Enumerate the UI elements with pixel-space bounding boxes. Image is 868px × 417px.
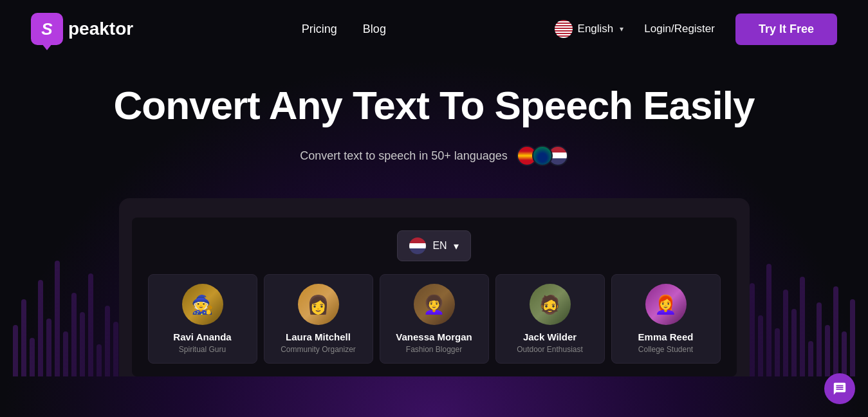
voice-role: Fashion Blogger <box>406 345 462 354</box>
wave-bar <box>55 261 60 376</box>
wave-bar <box>825 325 830 376</box>
chevron-down-icon: ▾ <box>620 24 623 33</box>
voice-card[interactable]: 👩‍🦱Vanessa MorganFashion Blogger <box>380 274 489 364</box>
app-language-selector-area: EN ▾ <box>145 230 724 261</box>
language-label: English <box>578 23 614 35</box>
wave-bar <box>766 264 771 376</box>
wave-bar <box>791 309 797 376</box>
nav-right: English ▾ Login/Register Try It Free <box>555 14 837 45</box>
wave-bar <box>850 299 855 376</box>
try-it-free-button[interactable]: Try It Free <box>735 14 837 45</box>
wave-bar <box>113 322 118 376</box>
hero-section: Convert Any Text To Speech Easily Conver… <box>0 58 868 198</box>
flag-icon <box>555 20 573 38</box>
wave-bar <box>30 338 35 376</box>
wave-bar <box>71 293 77 376</box>
logo-text-start: peaktor <box>68 19 133 39</box>
hero-sub-text: Convert text to speech in 50+ languages <box>300 149 508 163</box>
voice-card[interactable]: 👩Laura MitchellCommunity Organizer <box>264 274 373 364</box>
laptop-frame: EN ▾ 🧙Ravi AnandaSpiritual Guru👩Laura Mi… <box>119 198 750 376</box>
wave-bar <box>842 331 847 376</box>
chat-bubble-button[interactable] <box>824 373 855 404</box>
wave-bar <box>105 306 110 376</box>
avatar: 👩‍🦰 <box>645 284 687 325</box>
voice-card[interactable]: 🧔Jack WilderOutdoor Enthusiast <box>495 274 605 364</box>
app-lang-code: EN <box>432 240 447 252</box>
nav-links: Pricing Blog <box>302 23 386 36</box>
avatar: 👩 <box>298 284 339 325</box>
flag-brazil <box>532 145 553 166</box>
wave-bar <box>21 299 26 376</box>
login-register-link[interactable]: Login/Register <box>644 23 715 35</box>
wave-bar <box>97 344 102 376</box>
flag-group <box>517 145 568 166</box>
voice-role: Outdoor Enthusiast <box>517 345 583 354</box>
wave-bar <box>775 328 780 376</box>
avatar: 🧙 <box>182 284 223 325</box>
chat-icon <box>833 382 847 396</box>
voice-name: Ravi Ananda <box>173 331 231 342</box>
app-interface: EN ▾ 🧙Ravi AnandaSpiritual Guru👩Laura Mi… <box>132 218 737 376</box>
wave-bar <box>88 273 93 376</box>
app-lang-button[interactable]: EN ▾ <box>397 230 470 261</box>
wave-bar <box>38 280 43 376</box>
app-lang-chevron: ▾ <box>454 240 459 252</box>
wave-bar <box>80 312 85 376</box>
wave-bar <box>750 283 755 376</box>
avatar: 👩‍🦱 <box>414 284 455 325</box>
hero-heading: Convert Any Text To Speech Easily <box>13 84 855 127</box>
voice-name: Jack Wilder <box>523 331 577 342</box>
wave-bar <box>13 325 18 376</box>
wave-bar <box>783 290 788 376</box>
logo-icon: S <box>31 13 63 45</box>
nav-blog[interactable]: Blog <box>363 23 386 36</box>
wave-bar <box>46 319 51 376</box>
wave-bar <box>808 341 813 376</box>
nav-pricing[interactable]: Pricing <box>302 23 337 36</box>
logo-text: peaktor <box>68 19 133 39</box>
voice-role: Community Organizer <box>281 345 356 354</box>
voice-name: Vanessa Morgan <box>396 331 472 342</box>
app-flag-icon <box>409 237 426 254</box>
app-preview: EN ▾ 🧙Ravi AnandaSpiritual Guru👩Laura Mi… <box>0 198 868 376</box>
wave-bar <box>817 302 822 376</box>
avatar: 🧔 <box>530 284 571 325</box>
voice-role: College Student <box>638 345 693 354</box>
logo[interactable]: S peaktor <box>31 13 133 45</box>
wave-bar <box>63 331 68 376</box>
wave-bar <box>833 286 838 376</box>
voice-name: Laura Mitchell <box>286 331 351 342</box>
voice-card[interactable]: 🧙Ravi AnandaSpiritual Guru <box>148 274 257 364</box>
wave-bar <box>758 315 763 376</box>
voice-name: Emma Reed <box>638 331 694 342</box>
language-selector[interactable]: English ▾ <box>555 20 624 38</box>
hero-subtext: Convert text to speech in 50+ languages <box>13 145 855 166</box>
voice-role: Spiritual Guru <box>179 345 226 354</box>
wave-bar <box>800 277 805 376</box>
voice-card[interactable]: 👩‍🦰Emma ReedCollege Student <box>611 274 721 364</box>
navigation: S peaktor Pricing Blog English ▾ Login/R… <box>0 0 868 58</box>
voice-cards-container: 🧙Ravi AnandaSpiritual Guru👩Laura Mitchel… <box>145 274 724 364</box>
